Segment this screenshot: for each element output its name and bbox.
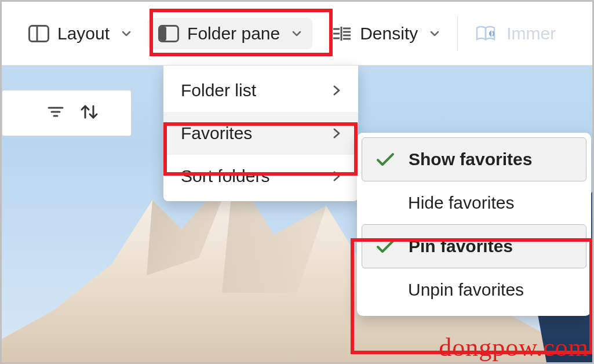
menu-item-pin-favorites[interactable]: Pin favorites <box>362 224 586 268</box>
check-icon <box>375 238 396 255</box>
immersive-reader-icon <box>475 24 498 43</box>
menu-item-label: Sort folders <box>181 166 269 186</box>
menu-item-label: Unpin favorites <box>408 280 524 300</box>
check-icon <box>375 151 396 168</box>
check-placeholder <box>374 194 395 212</box>
menu-item-label: Favorites <box>181 123 252 143</box>
chevron-down-icon <box>429 28 440 39</box>
ribbon: Layout Folder pane Dens <box>2 2 592 65</box>
menu-item-favorites[interactable]: Favorites <box>163 112 358 155</box>
chevron-right-icon <box>333 166 341 186</box>
folder-pane-label: Folder pane <box>187 24 280 43</box>
chevron-down-icon <box>121 28 132 39</box>
ribbon-separator <box>457 16 458 51</box>
immersive-reader-label: Immer <box>506 24 556 43</box>
chevron-right-icon <box>333 81 341 100</box>
menu-item-show-favorites[interactable]: Show favorites <box>362 137 586 181</box>
chevron-down-icon <box>291 28 302 39</box>
folder-pane-menu: Folder list Favorites Sort folders <box>163 65 358 201</box>
svg-rect-4 <box>30 26 49 41</box>
density-button[interactable]: Density <box>322 18 450 49</box>
svg-rect-7 <box>160 27 166 41</box>
chevron-right-icon <box>333 123 341 143</box>
menu-item-label: Folder list <box>181 81 256 100</box>
menu-item-folder-list[interactable]: Folder list <box>163 69 358 112</box>
layout-icon <box>28 25 49 42</box>
layout-button[interactable]: Layout <box>18 18 142 49</box>
menu-item-label: Pin favorites <box>409 236 513 256</box>
check-placeholder <box>374 281 395 299</box>
favorites-submenu: Show favorites Hide favorites Pin favori… <box>357 133 591 316</box>
svg-marker-16 <box>489 30 491 37</box>
sort-icon[interactable] <box>80 103 99 123</box>
menu-item-label: Show favorites <box>409 150 532 169</box>
folder-pane-button[interactable]: Folder pane <box>148 18 312 49</box>
density-label: Density <box>360 24 418 43</box>
menu-item-hide-favorites[interactable]: Hide favorites <box>362 181 586 224</box>
folder-pane-icon <box>158 25 179 42</box>
menu-item-sort-folders[interactable]: Sort folders <box>163 155 358 198</box>
filter-icon[interactable] <box>48 105 64 121</box>
menu-item-unpin-favorites[interactable]: Unpin favorites <box>362 268 586 311</box>
immersive-reader-button[interactable]: Immer <box>465 18 566 49</box>
message-list-toolbar <box>2 90 132 136</box>
density-icon <box>332 25 352 42</box>
layout-label: Layout <box>57 24 110 43</box>
menu-item-label: Hide favorites <box>408 193 514 213</box>
